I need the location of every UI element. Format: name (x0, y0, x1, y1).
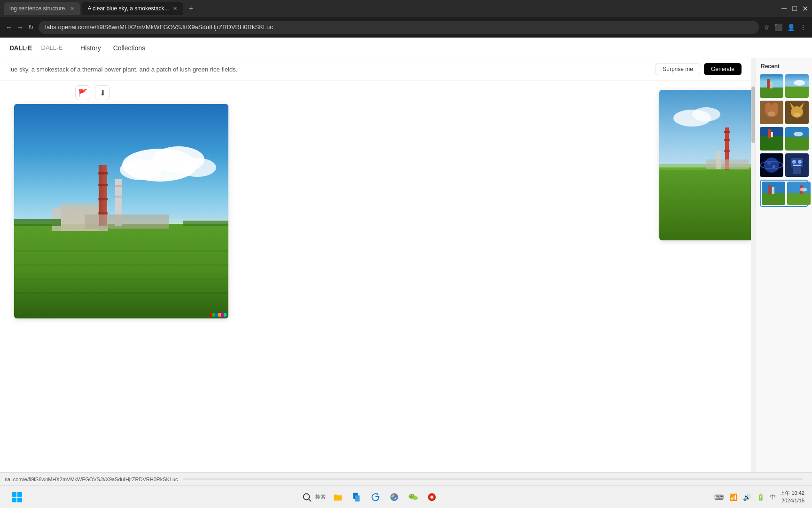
taskbar-search-label: 搜索 (315, 493, 326, 500)
taskbar-chrome[interactable] (386, 489, 403, 506)
extensions-button[interactable]: ⬛ (774, 24, 782, 31)
content-panel: lue sky, a smokestack of a thermal power… (0, 58, 751, 472)
svg-rect-33 (659, 167, 751, 240)
svg-rect-20 (114, 196, 123, 198)
tab-smokestack-label: A clear blue sky, a smokestack... (87, 5, 169, 12)
svg-rect-9 (14, 278, 228, 280)
nav-history[interactable]: History (76, 41, 106, 55)
thumb-cat[interactable] (785, 101, 809, 124)
main-image-svg (14, 104, 228, 318)
svg-rect-21 (85, 214, 169, 229)
thumb-smokestack-1[interactable] (762, 182, 785, 205)
back-button[interactable]: ← (6, 24, 12, 31)
taskbar-security[interactable] (423, 489, 440, 506)
svg-rect-7 (14, 250, 228, 252)
svg-rect-74 (793, 165, 801, 166)
svg-point-4 (179, 158, 216, 177)
svg-point-64 (794, 132, 803, 136)
start-button[interactable] (8, 488, 26, 507)
thumb-dog[interactable] (760, 101, 783, 124)
recent-row-4 (760, 153, 808, 177)
svg-point-97 (410, 495, 411, 496)
thumb-landscape-2[interactable] (785, 74, 809, 98)
thumb-planet[interactable] (760, 153, 783, 177)
thumb-robot[interactable] (785, 153, 809, 177)
svg-rect-46 (785, 87, 809, 98)
svg-rect-87 (17, 498, 22, 502)
scrollbar-thumb[interactable] (751, 87, 755, 143)
download-button[interactable]: ⬇ (95, 85, 110, 100)
tab-sentence-close[interactable]: ✕ (70, 6, 74, 12)
tab-smokestack-close[interactable]: ✕ (173, 6, 177, 12)
menu-button[interactable]: ⋮ (800, 24, 806, 31)
svg-rect-77 (762, 193, 785, 205)
restore-button[interactable]: □ (791, 5, 798, 12)
svg-rect-44 (770, 82, 773, 88)
reload-button[interactable]: ↻ (28, 24, 34, 31)
sound-icon[interactable]: 🔊 (741, 492, 753, 503)
taskbar-wechat[interactable] (405, 489, 422, 506)
svg-rect-38 (724, 150, 730, 152)
svg-point-88 (304, 493, 310, 500)
bookmark-button[interactable]: ☆ (764, 24, 770, 31)
address-input[interactable] (39, 21, 759, 34)
svg-rect-8 (14, 264, 228, 266)
status-progress (183, 478, 803, 480)
images-area: 🚩 ⬇ (0, 80, 751, 328)
svg-point-57 (794, 113, 800, 117)
svg-rect-14 (98, 172, 108, 175)
recent-label: Recent (760, 63, 808, 70)
thumb-smokestack-2[interactable] (787, 182, 811, 205)
thumb-landscape-1[interactable] (760, 74, 783, 98)
main-area: lue sky, a smokestack of a thermal power… (0, 58, 812, 472)
svg-point-101 (430, 496, 433, 499)
svg-rect-6 (14, 224, 228, 318)
network-icon[interactable]: 📶 (727, 492, 739, 503)
second-image-container[interactable] (659, 90, 751, 240)
tab-sentence[interactable]: ing sentence structure. ✕ (4, 2, 80, 15)
nav-collections[interactable]: Collections (109, 41, 150, 55)
taskbar-explorer[interactable] (329, 489, 346, 506)
svg-rect-22 (14, 219, 61, 226)
taskbar-search[interactable] (298, 489, 315, 506)
tab-smokestack[interactable]: A clear blue sky, a smokestack... ✕ (82, 2, 182, 15)
svg-rect-37 (724, 139, 730, 141)
second-image (659, 90, 751, 240)
thumb-nature-1[interactable] (760, 127, 783, 151)
flag-button[interactable]: 🚩 (75, 85, 90, 100)
forward-button[interactable]: → (17, 24, 23, 31)
svg-line-89 (309, 499, 311, 501)
status-url: nai.com/e/fi9lS6wnMHX2mVMkWFGOVSJt/X9aSd… (5, 476, 178, 482)
close-button[interactable]: ✕ (802, 5, 808, 12)
main-image[interactable] (14, 104, 228, 318)
status-bar: nai.com/e/fi9lS6wnMHX2mVMkWFGOVSJt/X9aSd… (0, 472, 812, 485)
language-button[interactable]: 中 (768, 492, 778, 502)
svg-rect-27 (218, 313, 221, 317)
minimize-button[interactable]: ─ (781, 5, 788, 12)
svg-rect-24 (210, 313, 212, 317)
browser-titlebar: ing sentence structure. ✕ A clear blue s… (0, 0, 812, 17)
svg-point-72 (792, 160, 796, 164)
svg-rect-85 (17, 492, 22, 497)
svg-rect-10 (14, 292, 228, 294)
battery-icon[interactable]: 🔋 (755, 492, 766, 503)
thumb-nature-2[interactable] (785, 127, 809, 151)
svg-rect-79 (772, 187, 774, 194)
scrollbar-track[interactable] (751, 58, 756, 472)
surprise-me-button[interactable]: Surprise me (656, 63, 700, 75)
svg-rect-84 (12, 492, 16, 497)
svg-point-73 (798, 160, 802, 164)
keyboard-icon[interactable]: ⌨ (712, 492, 726, 503)
prompt-text: lue sky, a smokestack of a thermal power… (9, 66, 656, 73)
svg-rect-26 (215, 313, 218, 317)
taskbar-edge[interactable] (367, 489, 384, 506)
svg-point-47 (794, 80, 805, 86)
new-tab-button[interactable]: + (185, 2, 198, 15)
clock-time: 上午 10:42 (780, 490, 804, 497)
generate-button[interactable]: Generate (704, 63, 742, 75)
svg-rect-43 (767, 79, 770, 88)
taskbar-files[interactable] (348, 489, 365, 506)
svg-point-68 (767, 161, 771, 165)
profile-button[interactable]: 👤 (787, 24, 795, 31)
second-image-svg (659, 90, 751, 240)
